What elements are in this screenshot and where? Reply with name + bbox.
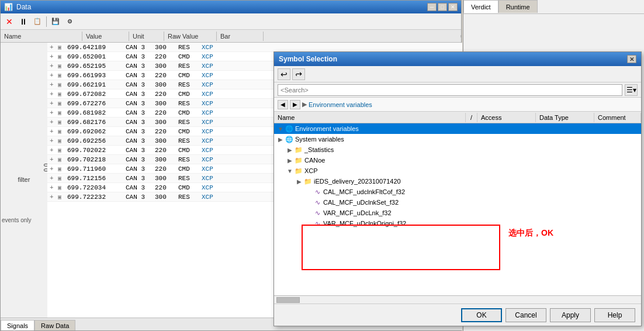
close-button[interactable]: ✕ — [448, 3, 458, 11]
row-icon: ▣ — [56, 119, 65, 126]
row-icon: ▣ — [56, 91, 65, 98]
list-item[interactable]: ∿ CAL_MCF_uDclnkSet_f32 — [274, 197, 641, 208]
help-button[interactable]: Help — [594, 308, 635, 322]
row-id: 300 — [153, 137, 176, 144]
tree-expand-icon[interactable]: ▶ — [276, 136, 285, 143]
tree-expand-icon[interactable]: ▼ — [276, 126, 285, 132]
breadcrumb-forward-button[interactable]: ▶ — [290, 100, 300, 109]
list-item[interactable]: ▶ 📁 CANoe — [274, 155, 641, 166]
row-time: 699.652001 — [65, 53, 123, 60]
row-id: 220 — [153, 184, 176, 191]
row-expand[interactable]: + — [47, 100, 56, 107]
search-input[interactable] — [278, 84, 622, 96]
list-item[interactable]: ▼ 📁 XCP — [274, 166, 641, 176]
tab-signals[interactable]: Signals — [1, 320, 34, 330]
row-type: RES — [176, 156, 199, 163]
ok-button[interactable]: OK — [461, 308, 502, 322]
row-expand[interactable]: + — [47, 137, 56, 144]
pause-icon[interactable]: ⏸ — [17, 15, 30, 28]
row-expand[interactable]: + — [47, 175, 56, 182]
search-options-button[interactable]: ☰▾ — [625, 84, 638, 96]
config-icon[interactable]: ⚙ — [63, 15, 76, 28]
row-expand[interactable]: + — [47, 91, 56, 98]
cancel-button[interactable]: Cancel — [505, 308, 546, 322]
row-icon: ▣ — [56, 109, 65, 116]
h-scrollbar[interactable] — [274, 295, 641, 304]
tree-expand-icon[interactable]: ▶ — [286, 157, 294, 164]
dialog-footer: OK Cancel Apply Help — [274, 304, 641, 326]
row-expand[interactable]: + — [47, 109, 56, 116]
row-type: CMD — [176, 128, 199, 135]
row-type: CMD — [176, 53, 199, 60]
row-icon: ▣ — [56, 53, 65, 60]
breadcrumb-bar: ◀ ▶ ▶ Environment variables — [274, 98, 641, 112]
dth-name: Name — [274, 113, 466, 122]
row-time: 699.642189 — [65, 44, 123, 51]
dialog-tree[interactable]: ▼ 🌐 Environment variables ▶ 🌐 System var… — [274, 123, 641, 295]
row-time: 699.722232 — [65, 194, 123, 201]
list-item[interactable]: ▶ 🌐 System variables — [274, 134, 641, 144]
table-row[interactable]: + ▣ 699.642189 CAN 3 300 RES XCP — [47, 43, 462, 52]
events-label: events only — [2, 217, 46, 223]
row-expand[interactable]: + — [47, 53, 56, 60]
tree-node-label: XCP — [304, 167, 318, 174]
list-item[interactable]: ▶ 📁 _Statistics — [274, 144, 641, 155]
forward-nav-icon[interactable]: ↩ — [292, 68, 305, 80]
row-time: 699.681982 — [65, 109, 123, 116]
h-scrollbar-thumb[interactable] — [276, 297, 300, 303]
tab-runtime[interactable]: Runtime — [498, 0, 538, 13]
row-expand[interactable]: + — [47, 128, 56, 135]
dialog-table-header: Name / Access Data Type Comment — [274, 112, 641, 123]
dth-access: Access — [477, 113, 536, 122]
list-item[interactable]: ▼ 🌐 Environment variables — [274, 123, 641, 134]
back-nav-icon[interactable]: ↩ — [278, 68, 290, 80]
tree-expand-icon[interactable]: ▼ — [286, 168, 294, 174]
row-id: 220 — [153, 53, 176, 60]
apply-button[interactable]: Apply — [550, 308, 591, 322]
row-expand[interactable]: + — [47, 166, 56, 173]
row-tag: XCP — [199, 128, 234, 135]
row-expand[interactable]: + — [47, 156, 56, 163]
row-expand[interactable]: + — [47, 44, 56, 51]
row-expand[interactable]: + — [47, 81, 56, 88]
row-time: 699.711960 — [65, 166, 123, 173]
row-expand[interactable]: + — [47, 194, 56, 201]
row-type: RES — [176, 81, 199, 88]
tree-expand-icon[interactable]: ▶ — [295, 178, 303, 185]
row-icon: ▣ — [56, 44, 65, 51]
row-tag: XCP — [199, 72, 234, 79]
row-icon: ▣ — [56, 175, 65, 182]
row-channel: CAN 3 — [123, 91, 153, 98]
row-expand[interactable]: + — [47, 63, 56, 70]
dth-comment: Comment — [594, 113, 641, 122]
filter-label: filter — [1, 176, 47, 183]
row-tag: XCP — [199, 63, 234, 70]
record-icon[interactable]: 📋 — [31, 15, 44, 28]
row-tag: XCP — [199, 81, 234, 88]
list-item[interactable]: ∿ CAL_MCF_udclnkFltCof_f32 — [274, 187, 641, 197]
close-icon[interactable]: ✕ — [3, 15, 16, 28]
maximize-button[interactable]: □ — [438, 3, 447, 11]
row-time: 699.692256 — [65, 137, 123, 144]
tab-raw-data[interactable]: Raw Data — [34, 320, 75, 330]
row-expand[interactable]: + — [47, 119, 56, 126]
dialog-toolbar: ↩ ↩ — [274, 66, 641, 82]
row-tag: XCP — [199, 109, 234, 116]
list-item[interactable]: ∿ VAR_MCF_uDclnkOrigni_f32 — [274, 218, 641, 229]
title-bar-controls: ─ □ ✕ — [427, 3, 458, 11]
tree-node-label: VAR_MCF_uDcLnk_f32 — [323, 209, 392, 216]
row-expand[interactable]: + — [47, 147, 56, 154]
row-expand[interactable]: + — [47, 184, 56, 191]
list-item[interactable]: ▶ 📁 iEDS_delivery_202310071420 — [274, 176, 641, 187]
row-expand[interactable]: + — [47, 72, 56, 79]
save-icon[interactable]: 💾 — [49, 15, 62, 28]
tree-expand-icon[interactable]: ▶ — [286, 147, 294, 153]
minimize-button[interactable]: ─ — [427, 3, 437, 11]
tree-node-label: CANoe — [304, 157, 325, 164]
breadcrumb-back-button[interactable]: ◀ — [278, 100, 288, 109]
row-icon: ▣ — [56, 156, 65, 163]
toolbar-separator — [46, 16, 47, 27]
dialog-close-button[interactable]: ✕ — [627, 55, 636, 63]
list-item[interactable]: ∿ VAR_MCF_uDcLnk_f32 — [274, 208, 641, 218]
tab-verdict[interactable]: Verdict — [463, 0, 498, 13]
